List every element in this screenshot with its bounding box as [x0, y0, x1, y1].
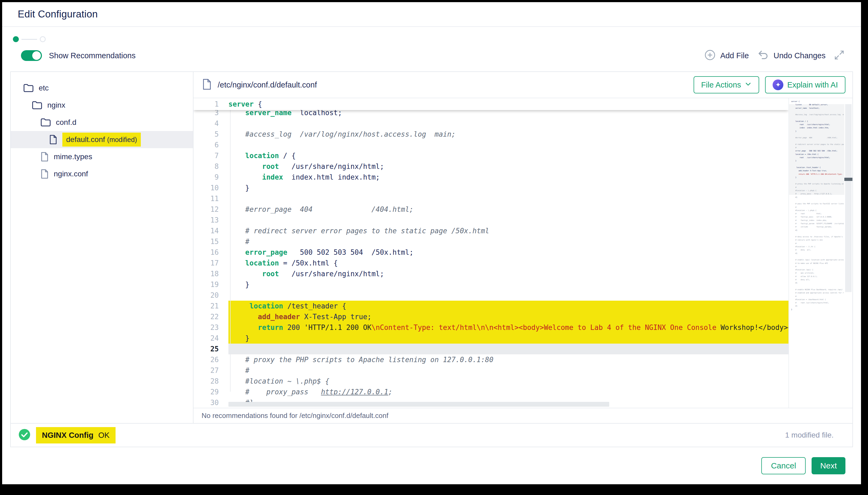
code-line-24[interactable]: 24 } — [194, 333, 788, 344]
undo-changes-button[interactable]: Undo Changes — [757, 49, 825, 62]
code-line-11[interactable]: 11 — [194, 193, 788, 204]
recommendations-bar: No recommendations found for /etc/nginx/… — [194, 408, 852, 423]
code-line-text: root /usr/share/nginx/html; — [228, 161, 788, 172]
tree-item-mime.types[interactable]: mime.types — [11, 148, 193, 165]
minimap-line: } — [791, 308, 844, 311]
file-icon — [40, 169, 49, 179]
explain-with-ai-button[interactable]: ✦ Explain with AI — [765, 76, 846, 93]
code-editor[interactable]: 3 server_name localhost;45 #access_log /… — [194, 98, 852, 408]
code-line-14[interactable]: 14 # redirect server error pages to the … — [194, 225, 788, 236]
code-line-text: index index.html index.htm; — [228, 172, 788, 183]
vertical-scrollbar-thumb[interactable] — [845, 104, 852, 292]
code-line-28[interactable]: 28 #location ~ \.php$ { — [194, 376, 788, 387]
tree-item-nginx[interactable]: nginx — [11, 97, 193, 114]
tree-item-label: etc — [39, 84, 49, 92]
code-line-26[interactable]: 26 # proxy the PHP scripts to Apache lis… — [194, 354, 788, 365]
next-button[interactable]: Next — [812, 457, 846, 474]
line-number: 14 — [194, 227, 228, 235]
code-line-text — [228, 344, 788, 354]
code-line-20[interactable]: 20 — [194, 290, 788, 301]
minimap-line: # fastcgi_param SCRIPT_FILENAME /scripts… — [791, 222, 844, 225]
code-line-23[interactable]: 23 return 200 'HTTP/1.1 200 OK\nContent-… — [194, 322, 788, 333]
edit-configuration-dialog: Edit Configuration Show Recommendations … — [2, 2, 861, 484]
line-number: 19 — [194, 280, 228, 289]
code-line-6[interactable]: 6 — [194, 140, 788, 150]
file-icon — [49, 135, 58, 145]
code-line-text: # proxy_pass http://127.0.0.1; — [228, 387, 788, 397]
code-line-16[interactable]: 16 error_page 500 502 503 504 /50x.html; — [194, 247, 788, 258]
status-bar: NGINX Config OK 1 modified file. — [11, 423, 852, 447]
code-line-25[interactable]: 25 — [194, 344, 788, 354]
minimap-line: #} — [791, 229, 844, 232]
line-number: 26 — [194, 356, 228, 364]
minimap-line: # api write=on; — [791, 271, 844, 275]
minimap-line: # — [791, 206, 844, 209]
expand-button[interactable] — [834, 49, 845, 62]
header-actions: Add File Undo Changes — [704, 49, 845, 62]
stepper-step-2-inactive[interactable] — [40, 36, 46, 42]
minimap-line: # root html; — [791, 212, 844, 215]
code-line-27[interactable]: 27 # — [194, 365, 788, 376]
code-line-17[interactable]: 17 location = /50x.html { — [194, 258, 788, 269]
cancel-button[interactable]: Cancel — [761, 457, 806, 474]
code-line-15[interactable]: 15 # — [194, 236, 788, 247]
minimap[interactable]: server { listen 80 default_server; serve… — [789, 98, 844, 408]
undo-arrow-icon — [757, 49, 769, 62]
minimap-line: # enable NGINX Plus Dashboard; requires … — [791, 288, 844, 291]
minimap-line: #} — [791, 252, 844, 255]
tree-item-nginx.conf[interactable]: nginx.conf — [11, 165, 193, 183]
file-path: /etc/nginx/conf.d/default.conf — [218, 81, 693, 89]
vertical-scrollbar[interactable] — [844, 98, 852, 408]
nginx-config-label: NGINX Config — [42, 431, 94, 440]
line-number: 25 — [194, 345, 228, 353]
folder-icon — [32, 100, 43, 110]
code-line-13[interactable]: 13 — [194, 215, 788, 225]
minimap-line: # deny all; — [791, 278, 844, 281]
code-line-text: # proxy the PHP scripts to Apache listen… — [228, 354, 788, 365]
line-number: 22 — [194, 313, 228, 321]
show-recommendations-toggle[interactable] — [21, 50, 42, 61]
code-line-9[interactable]: 9 index index.html index.htm; — [194, 172, 788, 183]
horizontal-scrollbar[interactable] — [228, 402, 609, 407]
code-line-8[interactable]: 8 root /usr/share/nginx/html; — [194, 161, 788, 172]
code-line-21[interactable]: 21 location /test_header { — [194, 301, 788, 311]
file-icon — [40, 152, 49, 162]
code-line-4[interactable]: 4 — [194, 118, 788, 129]
line-number: 6 — [194, 141, 228, 149]
line-number: 15 — [194, 238, 228, 245]
code-line-text: location = /50x.html { — [228, 258, 788, 269]
code-line-12[interactable]: 12 #error_page 404 /404.html; — [194, 204, 788, 215]
tree-item-label: mime.types — [54, 152, 92, 161]
tree-item-conf.d[interactable]: conf.d — [11, 114, 193, 131]
nginx-config-status: OK — [98, 431, 110, 440]
minimap-line — [791, 255, 844, 258]
minimap-viewport[interactable] — [789, 104, 844, 195]
code-line-22[interactable]: 22 add_header X-Test-App true; — [194, 311, 788, 322]
code-line-text: root /usr/share/nginx/html; — [228, 269, 788, 279]
sticky-line[interactable]: 1 server { — [194, 98, 788, 110]
minimap-line — [791, 232, 844, 235]
code-line-7[interactable]: 7 location / { — [194, 150, 788, 161]
tree-item-default.conf[interactable]: default.conf (modified) — [11, 131, 193, 148]
file-actions-button[interactable]: File Actions — [693, 76, 759, 93]
file-actions-label: File Actions — [701, 81, 741, 89]
code-line-18[interactable]: 18 root /usr/share/nginx/html; — [194, 269, 788, 279]
add-file-button[interactable]: Add File — [704, 49, 749, 62]
tree-item-modified-suffix: (modified) — [107, 136, 137, 143]
tree-item-etc[interactable]: etc — [11, 80, 193, 97]
code-line-29[interactable]: 29 # proxy_pass http://127.0.0.1; — [194, 387, 788, 397]
code-line-text — [228, 215, 788, 225]
controls-section: Show Recommendations Add File Undo Chang… — [2, 27, 861, 66]
code-scroll-region[interactable]: 3 server_name localhost;45 #access_log /… — [194, 98, 788, 408]
minimap-line: # root /usr/share/nginx/html; — [791, 301, 844, 304]
code-line-5[interactable]: 5 #access_log /var/log/nginx/host.access… — [194, 129, 788, 140]
stepper-step-1-active[interactable] — [13, 36, 19, 42]
code-line-text: #error_page 404 /404.html; — [228, 204, 788, 215]
code-line-10[interactable]: 10 } — [194, 183, 788, 193]
tree-item-label: conf.d — [56, 118, 76, 127]
explain-ai-label: Explain with AI — [787, 81, 838, 89]
overview-ruler-marker — [844, 178, 852, 181]
editor-header: /etc/nginx/conf.d/default.conf File Acti… — [194, 72, 852, 98]
code-line-19[interactable]: 19 } — [194, 279, 788, 290]
minimap-line: # deny all; — [791, 248, 844, 252]
